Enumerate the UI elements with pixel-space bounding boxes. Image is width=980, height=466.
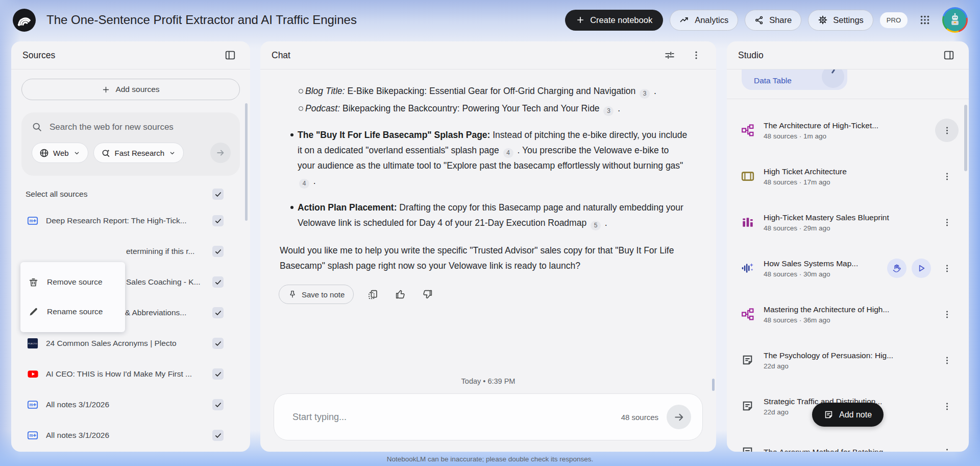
artifact-text: High Ticket Architecture48 sources · 17m…: [764, 167, 935, 186]
source-checkbox[interactable]: [212, 276, 224, 288]
studio-artifact-row[interactable]: The Acronym Method for Batching...: [727, 429, 969, 452]
artifact-more-options-icon[interactable]: [935, 165, 959, 188]
citation-chip[interactable]: 3: [640, 89, 650, 99]
source-title: Deep Research Report: The High-Tick...: [46, 216, 212, 225]
artifact-title: How Sales Systems Map...: [764, 259, 887, 268]
chat-input-box[interactable]: Start typing... 48 sources: [274, 393, 703, 440]
web-filter-dropdown[interactable]: Web: [32, 143, 88, 163]
plus-icon: [576, 15, 585, 25]
submit-search-button[interactable]: [210, 143, 231, 163]
share-icon: [754, 15, 764, 25]
collapse-sources-panel-icon[interactable]: [222, 46, 239, 64]
send-message-button[interactable]: [667, 405, 691, 429]
artifact-title: Mastering the Architecture of High...: [764, 305, 935, 314]
studio-artifact-row[interactable]: How Sales Systems Map...48 sources · 30m…: [727, 245, 969, 291]
artifact-text: The Psychology of Persuasion: Hig...22d …: [764, 351, 935, 370]
analytics-button[interactable]: Analytics: [670, 10, 738, 31]
artifact-more-options-icon[interactable]: [935, 348, 959, 372]
artifact-more-options-icon[interactable]: [935, 440, 959, 452]
globe-icon: [39, 148, 49, 158]
artifact-quick-actions: [887, 259, 931, 278]
chat-bullet-item: Blog Title: E-Bike Bikepacking: Essentia…: [276, 83, 688, 99]
artifact-meta: 48 sources · 36m ago: [764, 316, 935, 324]
thumbs-down-icon[interactable]: [419, 286, 436, 303]
chat-text-segment: Podcast:: [305, 103, 340, 113]
mindmap-artifact-icon: [741, 308, 754, 321]
source-list-item[interactable]: mAll notes 3/1/2026: [21, 389, 240, 420]
artifact-more-options-icon[interactable]: [935, 119, 959, 142]
studio-artifact-row[interactable]: Mastering the Architecture of High...48 …: [727, 291, 969, 337]
artifact-text: The Acronym Method for Batching...: [764, 448, 935, 452]
artifact-meta: 48 sources · 29m ago: [764, 224, 935, 232]
copy-icon[interactable]: [364, 286, 381, 303]
source-list-item[interactable]: PLECTO24 Common Sales Acronyms | Plecto: [21, 328, 240, 359]
research-mode-dropdown[interactable]: Fast Research: [93, 143, 184, 163]
studio-artifact-row[interactable]: High-Ticket Mastery Sales Blueprint48 so…: [727, 199, 969, 245]
gear-icon: [818, 15, 828, 25]
source-checkbox[interactable]: [212, 307, 224, 318]
notebook-title[interactable]: The One-Sentence Profit Extractor and AI…: [46, 13, 357, 27]
chat-paragraph: Would you like me to help you write the …: [276, 243, 688, 273]
svg-text:PLECTO: PLECTO: [28, 342, 37, 345]
artifact-more-options-icon[interactable]: [935, 302, 959, 326]
source-title: etermining if this r...: [21, 247, 212, 256]
source-checkbox[interactable]: [212, 338, 224, 349]
chevron-down-icon: [73, 149, 81, 157]
artifact-more-options-icon[interactable]: [935, 211, 959, 234]
rename-source-menu-item[interactable]: Rename source: [20, 297, 125, 327]
chat-settings-icon[interactable]: [661, 46, 678, 64]
citation-chip[interactable]: 5: [591, 221, 601, 230]
note-blue-source-icon: m: [27, 430, 38, 441]
save-to-note-button[interactable]: Save to note: [279, 285, 354, 304]
data-table-chip-action-icon[interactable]: [822, 69, 844, 88]
studio-scrollbar[interactable]: [964, 105, 967, 171]
apps-grid-icon[interactable]: [914, 9, 936, 31]
source-list-item[interactable]: AI CEO: THIS is How I'd Make My First ..…: [21, 359, 240, 389]
play-button[interactable]: [912, 259, 931, 278]
user-avatar[interactable]: [942, 7, 968, 33]
chat-more-options-icon[interactable]: [688, 46, 705, 64]
source-checkbox[interactable]: [212, 399, 224, 410]
search-input[interactable]: Search the web for new sources: [50, 122, 174, 132]
mindmap-artifact-icon: [741, 124, 754, 137]
note-blue-source-icon: m: [27, 215, 38, 226]
studio-artifact-row[interactable]: The Architecture of High-Ticket...48 sou…: [727, 107, 969, 153]
select-all-sources-label: Select all sources: [26, 190, 87, 199]
create-notebook-button[interactable]: Create notebook: [565, 10, 663, 31]
interactive-mode-button[interactable]: [887, 259, 906, 278]
artifact-more-options-icon[interactable]: [935, 257, 959, 280]
source-checkbox[interactable]: [212, 430, 224, 441]
studio-panel-title: Studio: [738, 50, 764, 61]
source-list-item[interactable]: mDeep Research Report: The High-Tick...: [21, 205, 240, 236]
citation-chip[interactable]: 4: [299, 179, 309, 189]
data-table-chip[interactable]: Data Table: [742, 69, 847, 90]
notebooklm-logo-icon[interactable]: [12, 8, 36, 32]
sources-scrollbar[interactable]: [245, 103, 248, 221]
thumbs-up-icon[interactable]: [391, 286, 409, 303]
source-checkbox[interactable]: [212, 215, 224, 226]
artifact-more-options-icon[interactable]: [935, 394, 959, 418]
web-search-box: Search the web for new sources Web Fast …: [21, 112, 240, 176]
add-sources-button[interactable]: Add sources: [21, 79, 240, 100]
citation-chip[interactable]: 4: [503, 148, 513, 158]
artifact-title: The Psychology of Persuasion: Hig...: [764, 351, 935, 360]
remove-source-menu-item[interactable]: Remove source: [20, 267, 125, 297]
artifact-title: High-Ticket Mastery Sales Blueprint: [764, 213, 935, 222]
studio-artifact-row[interactable]: The Psychology of Persuasion: Hig...22d …: [727, 337, 969, 383]
source-list-item[interactable]: mAll notes 3/1/2026: [21, 420, 240, 451]
citation-chip[interactable]: 3: [603, 106, 614, 116]
studio-artifact-row[interactable]: High Ticket Architecture48 sources · 17m…: [727, 153, 969, 199]
sources-panel: Sources Add sources Search the web for n…: [11, 41, 250, 452]
settings-button[interactable]: Settings: [808, 10, 873, 31]
chat-text-segment: Blog Title:: [305, 86, 345, 96]
share-button[interactable]: Share: [745, 10, 801, 31]
search-icon: [32, 122, 42, 132]
collapse-studio-panel-icon[interactable]: [940, 46, 958, 64]
select-all-checkbox[interactable]: [212, 189, 224, 200]
source-checkbox[interactable]: [212, 368, 224, 380]
chat-scrollbar[interactable]: [712, 379, 715, 391]
add-note-button[interactable]: Add note: [812, 403, 884, 427]
youtube-source-icon: [27, 368, 38, 380]
source-checkbox[interactable]: [212, 246, 224, 257]
chat-input-placeholder[interactable]: Start typing...: [292, 412, 347, 423]
